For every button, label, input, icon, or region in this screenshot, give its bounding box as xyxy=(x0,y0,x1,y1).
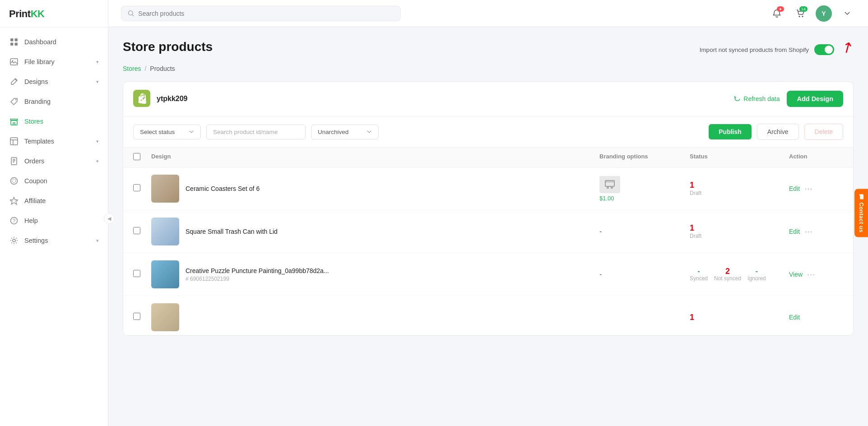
svg-rect-0 xyxy=(10,38,14,42)
table-row: Square Small Trash Can with Lid - 1 Draf… xyxy=(123,210,853,253)
file-library-arrow-icon xyxy=(96,59,99,65)
row-more-options[interactable]: ··· xyxy=(804,227,812,236)
toggle-track xyxy=(814,44,834,55)
notification-button[interactable]: ● xyxy=(769,5,785,22)
sidebar-item-stores[interactable]: Stores xyxy=(0,111,108,131)
sidebar-item-file-library[interactable]: File library xyxy=(0,52,108,72)
ignored-col: - Ignored xyxy=(747,267,766,282)
add-design-button[interactable]: Add Design xyxy=(787,91,843,107)
import-label: Import not synced products from Shopify xyxy=(700,46,809,53)
status-row: - Synced 2 Not synced - Ignored xyxy=(690,267,766,282)
product-thumbnail xyxy=(151,175,179,203)
svg-point-14 xyxy=(13,239,15,242)
svg-rect-20 xyxy=(607,186,609,189)
th-action: Action xyxy=(789,153,843,162)
synced-col: - Synced xyxy=(690,267,708,282)
content-area: Store products Import not synced product… xyxy=(108,27,868,426)
sidebar-item-help[interactable]: ? Help xyxy=(0,211,108,231)
delete-button[interactable]: Delete xyxy=(804,124,843,140)
orders-arrow-icon xyxy=(96,158,99,164)
edit-button[interactable]: Edit xyxy=(789,314,800,321)
sidebar-item-affiliate-label: Affiliate xyxy=(24,197,99,204)
table-row: Ceramic Coasters Set of 6 $1.00 1 Draft … xyxy=(123,167,853,210)
breadcrumb-current: Products xyxy=(150,65,175,72)
row-more-options[interactable]: ··· xyxy=(804,184,812,194)
ignored-label: Ignored xyxy=(747,275,766,282)
user-menu-dropdown[interactable] xyxy=(839,5,855,22)
store-card: ytpkk209 Refresh data Add Design Select … xyxy=(123,81,854,336)
store-icon xyxy=(9,116,19,126)
sidebar-item-affiliate[interactable]: Affiliate xyxy=(0,191,108,211)
sidebar-item-templates-label: Templates xyxy=(24,138,96,145)
archive-select[interactable]: Unarchived xyxy=(311,125,379,139)
not-synced-label: Not synced xyxy=(714,275,741,282)
row-checkbox[interactable] xyxy=(133,227,151,236)
synced-label: Synced xyxy=(690,275,708,282)
edit-button[interactable]: Edit xyxy=(789,228,800,235)
avatar[interactable]: Y xyxy=(816,5,832,22)
product-thumbnail xyxy=(151,218,179,245)
status-cell: 1 Draft xyxy=(690,181,789,196)
sidebar-item-dashboard-label: Dashboard xyxy=(24,38,99,46)
svg-point-9 xyxy=(11,178,18,185)
settings-icon xyxy=(9,236,19,245)
branding-cell: $1.00 xyxy=(599,176,690,202)
archive-button[interactable]: Archive xyxy=(757,124,799,140)
status-cell: 1 Draft xyxy=(690,224,789,239)
product-name: Ceramic Coasters Set of 6 xyxy=(186,185,260,192)
sidebar-item-orders-label: Orders xyxy=(24,157,96,165)
svg-rect-2 xyxy=(10,43,14,46)
topbar-right: ● 14 Y xyxy=(769,5,855,22)
svg-text:?: ? xyxy=(13,218,15,223)
sidebar-item-dashboard[interactable]: Dashboard xyxy=(0,32,108,52)
affiliate-icon xyxy=(9,196,19,206)
sidebar-collapse-button[interactable]: ◀ xyxy=(104,213,115,224)
main-area: ● 14 Y Store products Import not synced … xyxy=(108,0,868,426)
table-row: 1 Edit xyxy=(123,296,853,335)
row-checkbox[interactable] xyxy=(133,270,151,279)
refresh-data-button[interactable]: Refresh data xyxy=(734,95,780,102)
notification-badge: ● xyxy=(777,6,784,12)
product-cell: Ceramic Coasters Set of 6 xyxy=(151,175,599,203)
table-header: Design Branding options Status Action xyxy=(123,148,853,167)
svg-rect-1 xyxy=(15,38,18,42)
cart-button[interactable]: 14 xyxy=(792,5,808,22)
sidebar: PrintKK Dashboard File library xyxy=(0,0,108,426)
grid-icon xyxy=(9,37,19,47)
sidebar-item-orders[interactable]: Orders xyxy=(0,151,108,171)
sidebar-item-coupon[interactable]: Coupon xyxy=(0,171,108,191)
sidebar-item-coupon-label: Coupon xyxy=(24,177,99,185)
row-checkbox[interactable] xyxy=(133,313,151,322)
sidebar-item-settings[interactable]: Settings xyxy=(0,231,108,250)
action-cell: View ··· xyxy=(789,270,843,279)
sidebar-item-branding[interactable]: Branding xyxy=(0,92,108,111)
sidebar-item-help-label: Help xyxy=(24,217,99,224)
coupon-icon xyxy=(9,176,19,186)
page-header: Store products Import not synced product… xyxy=(123,40,854,56)
view-button[interactable]: View xyxy=(789,271,803,278)
publish-button[interactable]: Publish xyxy=(709,124,752,139)
search-icon xyxy=(128,10,135,17)
select-all-checkbox[interactable] xyxy=(133,153,140,160)
status-select[interactable]: Select status xyxy=(133,125,201,139)
product-search-input[interactable] xyxy=(206,125,306,139)
sidebar-item-templates[interactable]: Templates xyxy=(0,131,108,151)
sidebar-item-designs[interactable]: Designs xyxy=(0,72,108,92)
edit-button[interactable]: Edit xyxy=(789,185,800,192)
search-input[interactable] xyxy=(138,10,394,17)
status-cell: - Synced 2 Not synced - Ignored xyxy=(690,267,789,282)
product-name: Creative Puzzle Puncture Painting_0a99bb… xyxy=(186,267,329,274)
branding-cell: - xyxy=(599,270,690,278)
import-toggle[interactable] xyxy=(814,44,834,55)
svg-point-10 xyxy=(12,179,16,183)
breadcrumb-stores-link[interactable]: Stores xyxy=(123,65,141,72)
templates-arrow-icon xyxy=(96,138,99,144)
product-thumbnail xyxy=(151,303,179,331)
sidebar-item-branding-label: Branding xyxy=(24,98,99,105)
cart-badge: 14 xyxy=(799,6,808,12)
svg-marker-11 xyxy=(10,197,18,204)
row-checkbox[interactable] xyxy=(133,184,151,193)
search-box[interactable] xyxy=(121,6,401,21)
row-more-options[interactable]: ··· xyxy=(807,270,815,279)
contact-us-sidebar[interactable]: Contact us xyxy=(854,189,868,237)
